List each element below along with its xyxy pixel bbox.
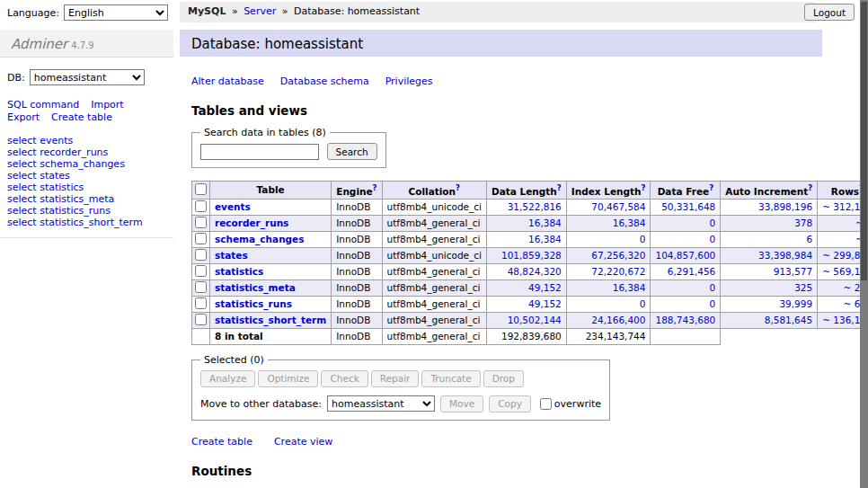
- check-button[interactable]: Check: [321, 370, 368, 387]
- table-name-link[interactable]: statistics: [215, 266, 263, 277]
- sidebar-table-link[interactable]: select recorder_runs: [7, 146, 108, 158]
- cell-auto_increment: 39,999: [721, 296, 818, 312]
- data-free-link[interactable]: 0: [710, 234, 716, 244]
- index-length-link[interactable]: 16,384: [613, 217, 646, 228]
- auto-increment-link[interactable]: 378: [794, 217, 812, 228]
- app-version-link[interactable]: 4.7.9: [71, 40, 93, 50]
- overwrite-checkbox[interactable]: [540, 398, 552, 410]
- index-length-link[interactable]: 72,220,672: [591, 266, 645, 277]
- auto-increment-link[interactable]: 913,577: [774, 266, 812, 277]
- sidebar-import-link[interactable]: Import: [91, 99, 124, 111]
- row-checkbox[interactable]: [195, 281, 207, 293]
- sidebar-table-link[interactable]: select states: [7, 170, 70, 182]
- data-free-link[interactable]: 0: [710, 298, 716, 309]
- search-button[interactable]: Search: [327, 143, 377, 160]
- sidebar-table-link[interactable]: select statistics_runs: [7, 205, 111, 217]
- table-name-link[interactable]: statistics_meta: [215, 282, 296, 293]
- table-name-link[interactable]: events: [215, 201, 251, 212]
- data-free-link[interactable]: 188,743,680: [655, 315, 715, 325]
- help-link[interactable]: ?: [709, 183, 713, 192]
- cell-auto_increment: 33,398,984: [721, 247, 818, 263]
- privileges-link[interactable]: Privileges: [385, 75, 433, 87]
- create-view-link[interactable]: Create view: [274, 436, 332, 448]
- sidebar-table-link[interactable]: select statistics_short_term: [7, 217, 143, 228]
- scrollbar-thumb[interactable]: [861, 2, 867, 280]
- auto-increment-link[interactable]: 33,898,196: [758, 201, 812, 212]
- index-length-link[interactable]: 67,256,320: [591, 250, 645, 261]
- alter-database-link[interactable]: Alter database: [191, 75, 264, 87]
- data-length-link[interactable]: 16,384: [528, 234, 562, 244]
- breadcrumb-server-link[interactable]: Server: [244, 5, 276, 17]
- table-name-link[interactable]: recorder_runs: [215, 217, 288, 228]
- table-name-link[interactable]: statistics_short_term: [215, 315, 326, 325]
- data-free-link[interactable]: 0: [710, 217, 716, 228]
- data-free-link[interactable]: 0: [710, 282, 716, 293]
- sidebar-create-table-link[interactable]: Create table: [51, 111, 112, 123]
- auto-increment-link[interactable]: 39,999: [779, 298, 812, 309]
- data-length-link[interactable]: 16,384: [528, 217, 562, 228]
- index-length-link[interactable]: 0: [640, 298, 646, 309]
- app-name: Adminer: [11, 36, 67, 52]
- table-name-link[interactable]: statistics_runs: [215, 298, 292, 309]
- sidebar-table-link[interactable]: select schema_changes: [7, 158, 125, 170]
- index-length-link[interactable]: 70,467,584: [591, 201, 645, 212]
- index-length-link[interactable]: 16,384: [613, 282, 646, 293]
- index-length-link[interactable]: 0: [640, 234, 646, 244]
- breadcrumb-root-link[interactable]: MySQL: [188, 5, 226, 17]
- sidebar-export-link[interactable]: Export: [7, 111, 40, 123]
- index-length-link[interactable]: 24,166,400: [591, 315, 645, 325]
- search-input[interactable]: [200, 144, 319, 160]
- sidebar-table-link[interactable]: select events: [7, 135, 73, 146]
- logout-button[interactable]: Logout: [804, 4, 855, 21]
- cell-collation: utf8mb4_general_ci: [382, 231, 486, 247]
- help-link[interactable]: ?: [373, 183, 377, 192]
- vertical-scrollbar[interactable]: [860, 0, 868, 488]
- help-link[interactable]: ?: [642, 183, 646, 192]
- row-checkbox[interactable]: [195, 217, 207, 228]
- auto-increment-link[interactable]: 33,398,984: [758, 250, 812, 261]
- row-checkbox[interactable]: [195, 314, 207, 325]
- sidebar-table-link[interactable]: select statistics_meta: [7, 193, 114, 205]
- data-length-link[interactable]: 49,152: [528, 298, 562, 309]
- db-select[interactable]: homeassistant: [30, 69, 145, 85]
- cell-data_length: 16,384: [486, 215, 566, 231]
- cell-table-name: schema_changes: [210, 231, 332, 247]
- row-checkbox[interactable]: [195, 265, 207, 277]
- data-length-link[interactable]: 48,824,320: [508, 266, 562, 277]
- footer-collation: utf8mb4_general_ci: [382, 328, 486, 344]
- cell-collation: utf8mb4_general_ci: [382, 296, 486, 312]
- truncate-button[interactable]: Truncate: [421, 370, 480, 387]
- language-select[interactable]: English: [64, 4, 168, 21]
- database-schema-link[interactable]: Database schema: [280, 75, 369, 87]
- auto-increment-link[interactable]: 6: [806, 234, 812, 244]
- data-free-link[interactable]: 50,331,648: [661, 201, 715, 212]
- help-link[interactable]: ?: [557, 183, 562, 192]
- auto-increment-link[interactable]: 325: [794, 282, 812, 293]
- data-length-link[interactable]: 49,152: [528, 282, 562, 293]
- select-all-checkbox[interactable]: [195, 183, 207, 195]
- create-table-link[interactable]: Create table: [191, 436, 252, 448]
- data-length-link[interactable]: 10,502,144: [508, 315, 562, 325]
- table-name-link[interactable]: states: [215, 250, 248, 261]
- sidebar-sql-command-link[interactable]: SQL command: [7, 99, 79, 111]
- sidebar-table-link[interactable]: select statistics: [7, 182, 84, 193]
- table-name-link[interactable]: schema_changes: [215, 234, 305, 244]
- data-length-link[interactable]: 101,859,328: [501, 250, 562, 261]
- repair-button[interactable]: Repair: [371, 370, 420, 387]
- data-length-link[interactable]: 31,522,816: [508, 201, 562, 212]
- move-db-select[interactable]: homeassistant: [327, 395, 435, 412]
- row-checkbox[interactable]: [195, 200, 207, 212]
- row-checkbox[interactable]: [195, 233, 207, 244]
- row-checkbox[interactable]: [195, 297, 207, 309]
- data-free-link[interactable]: 6,291,456: [668, 266, 715, 277]
- help-link[interactable]: ?: [456, 183, 460, 192]
- help-link[interactable]: ?: [808, 183, 812, 192]
- row-checkbox[interactable]: [195, 249, 207, 261]
- auto-increment-link[interactable]: 8,581,645: [765, 315, 812, 325]
- data-free-link[interactable]: 104,857,600: [655, 250, 715, 261]
- optimize-button[interactable]: Optimize: [258, 370, 318, 387]
- drop-button[interactable]: Drop: [483, 370, 524, 387]
- copy-button[interactable]: Copy: [489, 395, 531, 413]
- analyze-button[interactable]: Analyze: [200, 370, 255, 387]
- move-button[interactable]: Move: [440, 395, 483, 413]
